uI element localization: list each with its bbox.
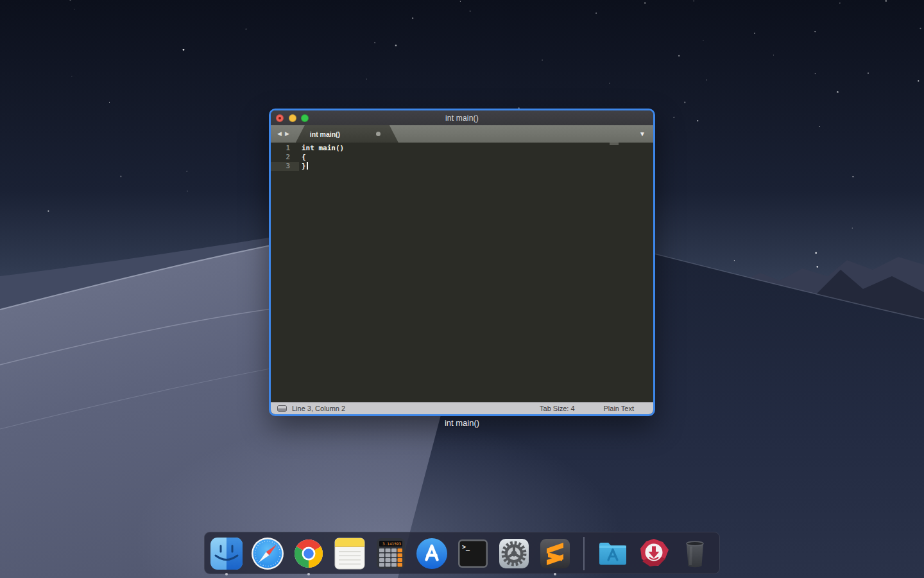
close-button[interactable] bbox=[276, 114, 284, 122]
editor-line-3[interactable]: 3 } bbox=[271, 162, 653, 171]
chrome-icon bbox=[292, 537, 325, 570]
zoom-button[interactable] bbox=[301, 114, 309, 122]
terminal-prompt: >_ bbox=[462, 543, 470, 551]
tab-forward-icon[interactable]: ▶ bbox=[285, 131, 289, 137]
minimap[interactable] bbox=[610, 143, 619, 145]
line-code: { bbox=[299, 153, 306, 162]
downloads-stack-icon bbox=[637, 537, 671, 570]
desktop: int main() ◀ ▶ int main() ▼ 1 int main()… bbox=[0, 0, 924, 578]
window-title: int main() bbox=[445, 114, 479, 123]
tab-int-main[interactable]: int main() bbox=[296, 125, 398, 143]
window-label: int main() bbox=[269, 418, 655, 428]
dock-item-app-store[interactable] bbox=[415, 537, 449, 570]
dock-item-applications-folder[interactable] bbox=[596, 537, 629, 570]
tab-bar: ◀ ▶ int main() ▼ bbox=[271, 125, 653, 143]
notes-icon bbox=[333, 537, 366, 570]
minimize-button[interactable] bbox=[289, 114, 296, 122]
line-code: int main() bbox=[299, 144, 344, 153]
sublime-text-window[interactable]: int main() ◀ ▶ int main() ▼ 1 int main()… bbox=[269, 109, 655, 416]
running-indicator bbox=[307, 573, 310, 575]
calculator-icon: 3.141593 bbox=[374, 537, 407, 570]
dock: 3.141593 bbox=[204, 532, 720, 574]
line-code: } bbox=[299, 162, 306, 171]
app-store-icon bbox=[415, 537, 449, 570]
window-titlebar[interactable]: int main() bbox=[271, 110, 653, 125]
sublime-text-icon bbox=[538, 537, 572, 570]
tab-back-icon[interactable]: ◀ bbox=[277, 131, 282, 137]
dock-item-trash[interactable] bbox=[678, 537, 712, 570]
dock-item-chrome[interactable] bbox=[292, 537, 325, 570]
dock-item-notes[interactable] bbox=[333, 537, 366, 570]
safari-icon bbox=[251, 537, 284, 570]
dock-item-system-preferences[interactable] bbox=[497, 537, 531, 570]
dock-item-safari[interactable] bbox=[251, 537, 284, 570]
status-panel-icon[interactable] bbox=[277, 405, 287, 412]
line-number: 3 bbox=[271, 162, 299, 171]
text-cursor bbox=[307, 162, 308, 170]
unsaved-indicator-dot bbox=[278, 117, 281, 119]
line-number: 1 bbox=[271, 144, 299, 153]
status-bar: Line 3, Column 2 Tab Size: 4 Plain Text bbox=[271, 402, 653, 414]
dock-item-sublime-text[interactable] bbox=[538, 537, 572, 570]
tab-overflow-icon[interactable]: ▼ bbox=[639, 125, 646, 143]
finder-icon bbox=[210, 537, 243, 570]
cursor-position-text: Line 3, Column 2 bbox=[292, 405, 345, 412]
editor-line-2[interactable]: 2 { bbox=[271, 153, 653, 162]
editor[interactable]: 1 int main() 2 { 3 } bbox=[271, 143, 653, 402]
system-preferences-icon bbox=[497, 537, 531, 570]
tab-nav-arrows: ◀ ▶ bbox=[271, 125, 295, 143]
dock-separator bbox=[583, 537, 585, 570]
dock-item-finder[interactable] bbox=[210, 537, 243, 570]
terminal-icon: >_ bbox=[456, 537, 490, 570]
tab-size-indicator[interactable]: Tab Size: 4 bbox=[540, 405, 574, 412]
trash-icon bbox=[678, 537, 712, 570]
running-indicator bbox=[554, 573, 556, 575]
calculator-display: 3.141593 bbox=[382, 541, 401, 546]
traffic-lights bbox=[276, 110, 309, 125]
applications-folder-icon bbox=[596, 537, 629, 570]
dock-item-calculator[interactable]: 3.141593 bbox=[374, 537, 407, 570]
line-number: 2 bbox=[271, 153, 299, 162]
tab-label: int main() bbox=[296, 130, 340, 138]
editor-line-1[interactable]: 1 int main() bbox=[271, 144, 653, 153]
dock-item-terminal[interactable]: >_ bbox=[456, 537, 490, 570]
dock-item-downloads[interactable] bbox=[637, 537, 671, 570]
tab-modified-dot bbox=[376, 132, 381, 136]
running-indicator bbox=[225, 573, 228, 575]
syntax-indicator[interactable]: Plain Text bbox=[604, 405, 635, 412]
